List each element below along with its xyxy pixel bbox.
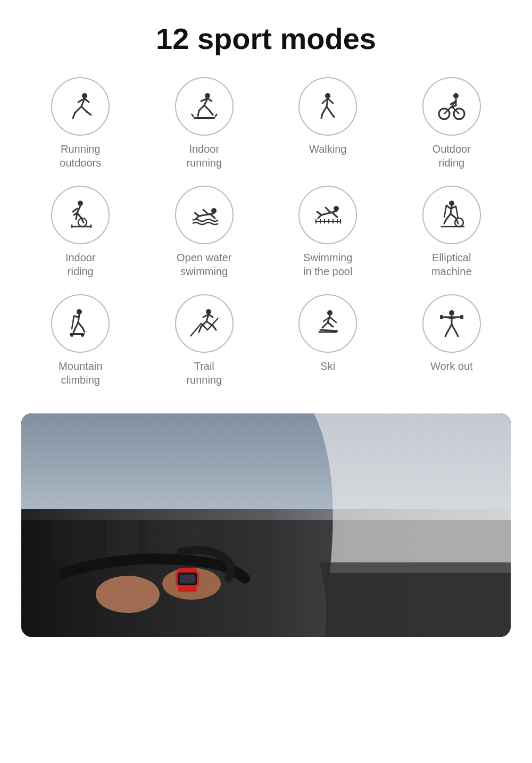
sport-icon-indoor-running <box>175 77 234 136</box>
svg-line-84 <box>78 322 82 328</box>
svg-line-82 <box>72 316 74 329</box>
svg-line-3 <box>81 106 87 112</box>
svg-line-105 <box>320 330 337 331</box>
sport-icon-open-water-swimming <box>175 186 234 244</box>
sport-icon-indoor-riding <box>51 186 110 244</box>
svg-line-10 <box>199 105 204 111</box>
sport-icon-outdoor-riding <box>422 77 481 136</box>
svg-line-49 <box>203 210 209 214</box>
svg-line-116 <box>456 332 458 336</box>
svg-rect-129 <box>180 575 195 583</box>
svg-line-68 <box>451 206 452 214</box>
svg-rect-16 <box>194 117 215 119</box>
sport-item-outdoor-riding: Outdoorriding <box>393 77 511 170</box>
svg-line-75 <box>451 214 456 218</box>
svg-line-11 <box>204 105 210 111</box>
svg-line-24 <box>328 98 333 103</box>
sport-item-trail-running: Trailrunning <box>145 294 264 387</box>
svg-line-101 <box>328 322 333 327</box>
sport-item-elliptical: Ellipticalmachine <box>393 186 511 278</box>
svg-line-13 <box>207 98 212 101</box>
svg-rect-131 <box>178 587 197 592</box>
svg-line-14 <box>198 111 199 116</box>
svg-line-22 <box>327 106 331 113</box>
sport-item-swimming-pool: Swimmingin the pool <box>269 186 387 278</box>
svg-line-26 <box>331 113 334 117</box>
sport-icon-ski <box>298 294 357 353</box>
svg-rect-111 <box>440 315 443 319</box>
svg-line-50 <box>211 214 215 218</box>
sport-label-mountain-climbing: Mountainclimbing <box>59 359 102 387</box>
svg-line-86 <box>82 328 85 332</box>
sport-label-swimming-pool: Swimmingin the pool <box>303 251 352 278</box>
svg-line-5 <box>85 98 89 102</box>
svg-point-89 <box>81 334 84 337</box>
sport-item-workout: Work out <box>393 294 511 387</box>
svg-line-17 <box>192 114 194 117</box>
svg-line-42 <box>76 213 77 219</box>
svg-point-47 <box>211 208 217 213</box>
svg-line-25 <box>321 114 322 118</box>
svg-line-73 <box>446 214 451 219</box>
svg-rect-112 <box>460 315 463 319</box>
sport-item-open-water-swimming: Open waterswimming <box>145 186 264 278</box>
svg-line-96 <box>199 327 201 332</box>
sport-icon-swimming-pool <box>298 186 357 244</box>
sport-label-running-outdoors: Runningoutdoors <box>60 142 101 170</box>
svg-line-113 <box>447 325 452 332</box>
svg-line-30 <box>444 106 452 114</box>
svg-line-37 <box>77 206 80 213</box>
svg-line-56 <box>333 213 337 217</box>
svg-line-18 <box>215 114 217 117</box>
sport-item-mountain-climbing: Mountainclimbing <box>21 294 140 387</box>
svg-line-21 <box>322 106 327 114</box>
sport-icon-mountain-climbing <box>51 294 110 353</box>
svg-line-39 <box>73 209 77 212</box>
svg-line-7 <box>87 112 91 115</box>
svg-line-2 <box>75 106 81 113</box>
cycling-photo <box>21 413 511 637</box>
svg-line-80 <box>78 314 79 322</box>
sport-item-indoor-running: Indoorrunning <box>145 77 264 170</box>
sport-icon-running-outdoors <box>51 77 110 136</box>
svg-line-15 <box>210 111 213 115</box>
sport-item-walking: Walking <box>269 77 387 170</box>
page-title: 12 sport modes <box>0 0 532 72</box>
sport-label-walking: Walking <box>309 142 346 156</box>
sport-label-trail-running: Trailrunning <box>186 359 222 387</box>
sport-label-elliptical: Ellipticalmachine <box>431 251 472 278</box>
sport-label-open-water-swimming: Open waterswimming <box>177 251 231 278</box>
svg-line-74 <box>444 219 446 223</box>
svg-line-100 <box>322 322 328 328</box>
svg-line-114 <box>452 325 456 332</box>
sports-grid: Runningoutdoors Indoorrunning <box>0 72 532 408</box>
sport-icon-workout <box>422 294 481 353</box>
sport-icon-elliptical <box>422 186 481 244</box>
sport-label-indoor-running: Indoorrunning <box>186 142 222 170</box>
svg-line-58 <box>318 215 321 218</box>
sport-item-indoor-riding: Indoorriding <box>21 186 140 278</box>
sport-item-running-outdoors: Runningoutdoors <box>21 77 140 170</box>
svg-point-88 <box>70 334 73 337</box>
svg-line-95 <box>209 314 213 317</box>
svg-line-83 <box>75 322 78 329</box>
svg-point-19 <box>325 93 330 98</box>
svg-point-36 <box>78 201 83 206</box>
sport-label-outdoor-riding: Outdoorriding <box>433 142 471 170</box>
svg-line-97 <box>213 326 216 330</box>
sport-label-workout: Work out <box>430 359 473 373</box>
sport-label-ski: Ski <box>320 359 335 373</box>
svg-line-115 <box>445 332 447 336</box>
svg-line-72 <box>456 206 458 218</box>
svg-line-70 <box>444 205 446 217</box>
sport-label-indoor-riding: Indoorriding <box>65 251 96 278</box>
svg-rect-130 <box>178 568 197 573</box>
svg-point-124 <box>96 576 160 613</box>
svg-line-55 <box>326 208 331 213</box>
svg-line-6 <box>73 113 75 118</box>
svg-line-102 <box>330 317 336 322</box>
sport-icon-walking <box>298 77 357 136</box>
sport-icon-trail-running <box>175 294 234 353</box>
svg-point-77 <box>455 218 463 227</box>
sport-item-ski: Ski <box>269 294 387 387</box>
